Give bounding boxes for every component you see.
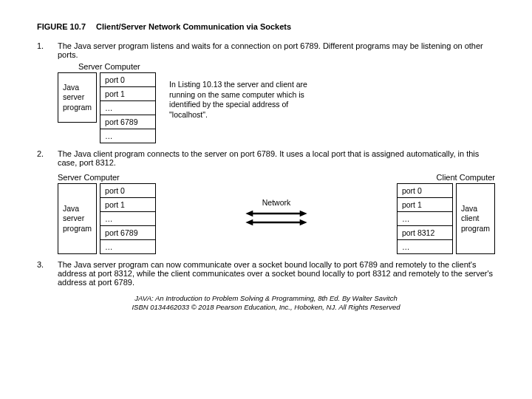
double-arrow-icon [245, 219, 307, 226]
figure-title: Client/Server Network Communication via … [96, 22, 291, 31]
java-client-program-box: Java client program [456, 183, 495, 254]
network-column: Network [160, 198, 392, 226]
server-computer-caption-2: Server Computer [58, 173, 120, 182]
step-3-number: 3. [37, 260, 47, 287]
step-2-text: The Java client program connects to the … [58, 149, 495, 167]
step-1-number: 1. [37, 41, 47, 143]
port-cell: … [100, 212, 156, 226]
localhost-sidenote: In Listing 10.13 the server and client a… [169, 80, 310, 120]
port-cell: … [397, 240, 452, 254]
step-1-text: The Java server program listens and wait… [58, 41, 495, 59]
double-arrow-icon [245, 210, 307, 217]
client-computer-caption: Client Computer [437, 173, 495, 182]
svg-marker-4 [245, 219, 253, 225]
server-computer-caption-1: Server Computer [78, 62, 495, 71]
step-1: 1. The Java server program listens and w… [37, 41, 495, 143]
step-3: 3. The Java server program can now commu… [37, 260, 495, 287]
port-cell: … [100, 129, 156, 143]
port-cell: … [397, 212, 452, 226]
port-cell: port 6789 [100, 226, 156, 240]
server-port-list-2: port 0 port 1 … port 6789 … [100, 183, 156, 254]
step-2-number: 2. [37, 149, 47, 254]
port-cell: … [100, 240, 156, 254]
client-port-list: port 0 port 1 … port 8312 … [397, 183, 453, 254]
footer: JAVA: An Introduction to Problem Solving… [37, 294, 495, 312]
port-cell: port 1 [100, 198, 156, 212]
server-port-list-1: port 0 port 1 … port 6789 … [100, 72, 156, 143]
port-cell: … [100, 101, 156, 115]
footer-line-1: JAVA: An Introduction to Problem Solving… [37, 294, 495, 303]
svg-marker-2 [300, 211, 307, 216]
port-cell: port 0 [100, 184, 156, 198]
port-cell: port 8312 [397, 226, 452, 240]
port-cell: port 6789 [100, 115, 156, 129]
java-server-program-box-2: Java server program [58, 183, 97, 254]
port-cell: port 1 [397, 198, 452, 212]
step-3-text: The Java server program can now communic… [58, 260, 495, 287]
svg-marker-5 [300, 219, 307, 225]
figure-label: FIGURE 10.7 [37, 22, 86, 31]
footer-line-2: ISBN 0134462033 © 2018 Pearson Education… [37, 303, 495, 312]
port-cell: port 0 [397, 184, 452, 198]
port-cell: port 0 [100, 73, 156, 87]
svg-marker-1 [245, 211, 253, 216]
port-cell: port 1 [100, 87, 156, 101]
java-server-program-box-1: Java server program [58, 72, 97, 123]
step-2: 2. The Java client program connects to t… [37, 149, 495, 254]
network-label: Network [262, 198, 291, 207]
figure-heading: FIGURE 10.7 Client/Server Network Commun… [37, 22, 495, 31]
